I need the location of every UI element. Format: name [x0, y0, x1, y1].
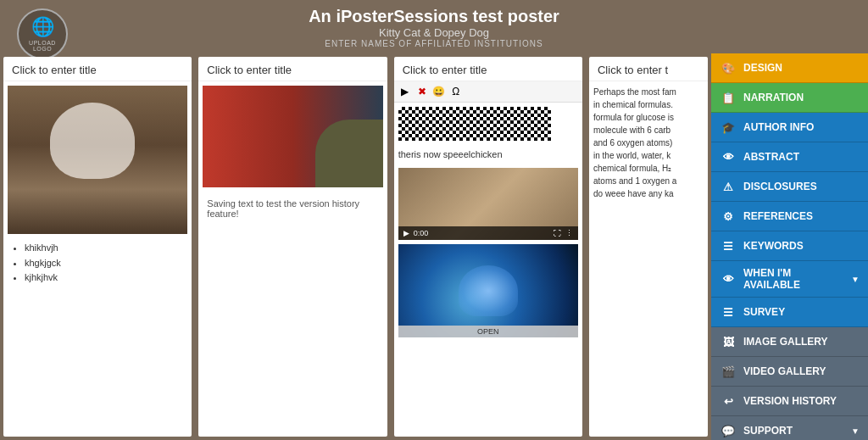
sidebar-item-label: KEYWORDS	[743, 240, 804, 252]
globe-icon: 🌐	[31, 16, 54, 38]
play-icon[interactable]: ▶	[403, 229, 409, 237]
sidebar-item-image-gallery[interactable]: 🖼IMAGE GALLERY	[711, 327, 868, 357]
cats-image	[203, 86, 382, 187]
bullet-item: kjhkjhvk	[25, 270, 187, 286]
panel-2-title[interactable]: Click to enter title	[198, 57, 387, 81]
sidebar-item-label: DISCLOSURES	[743, 181, 817, 192]
narration-icon: 📋	[720, 89, 737, 106]
version-history-icon: ↩	[720, 393, 737, 409]
sidebar-item-label: SUPPORT	[743, 425, 793, 437]
panel-3-text: theris now speeelchicken	[394, 145, 582, 164]
panel-4: Click to enter t Perhaps the most fam in…	[589, 57, 708, 437]
panel-4-content: Perhaps the most fam in chemical formula…	[589, 81, 708, 204]
sidebar-item-keywords[interactable]: ☰KEYWORDS	[711, 231, 868, 261]
keywords-icon: ☰	[720, 237, 737, 254]
sidebar-item-label: WHEN I'M AVAILABLE	[743, 267, 844, 291]
sidebar-item-label: ABSTRACT	[743, 151, 799, 163]
when-icon: 👁	[720, 270, 737, 287]
sidebar-item-label: DESIGN	[743, 62, 782, 74]
chevron-icon: ▼	[851, 275, 860, 284]
abstract-icon: 👁	[720, 148, 737, 165]
toolbar-arrow-icon[interactable]: ▶	[398, 85, 412, 98]
image-gallery-icon: 🖼	[720, 333, 737, 350]
dog-image	[8, 86, 187, 234]
support-icon: 💬	[720, 422, 737, 439]
panel-1-bullets: khikhvjh khgkjgck kjhkjhvk	[25, 241, 187, 286]
checkerboard-pattern	[398, 107, 551, 141]
sidebar-item-abstract[interactable]: 👁ABSTRACT	[711, 142, 868, 172]
more-icon[interactable]: ⋮	[565, 229, 573, 237]
panel-3-video[interactable]: ▶ 0:00 ⛶ ⋮	[398, 168, 578, 240]
sidebar-item-references[interactable]: ⚙REFERENCES	[711, 202, 868, 231]
video-time: 0:00	[414, 229, 429, 237]
poster-title: An iPosterSessions test poster	[0, 7, 868, 26]
panel-3-title[interactable]: Click to enter title	[394, 57, 582, 81]
sidebar-item-when[interactable]: 👁WHEN I'M AVAILABLE▼	[711, 261, 868, 298]
open-bar[interactable]: OPEN	[398, 326, 578, 337]
sidebar-item-label: VIDEO GALLERY	[743, 365, 826, 377]
panel-2: Click to enter title Saving text to test…	[198, 57, 387, 437]
sidebar-item-narration[interactable]: 📋NARRATION	[711, 83, 868, 113]
panel-1-image[interactable]	[8, 86, 187, 234]
panel-1-title[interactable]: Click to enter title	[3, 57, 192, 81]
sidebar-item-video-gallery[interactable]: 🎬VIDEO GALLERY	[711, 357, 868, 387]
upload-logo-label: UPLOAD LOGO	[19, 40, 66, 52]
sidebar-item-survey[interactable]: ☰SURVEY	[711, 298, 868, 327]
jellyfish-shape	[459, 265, 518, 316]
page-header: 🌐 UPLOAD LOGO An iPosterSessions test po…	[0, 0, 868, 53]
fullscreen-icon[interactable]: ⛶	[554, 229, 561, 237]
sidebar-item-design[interactable]: 🎨DESIGN	[711, 53, 868, 83]
panel-2-content: Saving text to test the version history …	[198, 81, 387, 437]
sidebar-item-label: VERSION HISTORY	[743, 395, 837, 407]
columns-area: Click to enter title khikhvjh khgkjgck k…	[0, 53, 711, 440]
sidebar-item-support[interactable]: 💬SUPPORT▼	[711, 416, 868, 440]
panel-2-image[interactable]	[203, 86, 382, 187]
toolbar-omega-icon[interactable]: Ω	[449, 85, 463, 98]
panel-3: Click to enter title ▶ ✖ 😀 Ω theris now …	[394, 57, 582, 437]
sidebar-item-version-history[interactable]: ↩VERSION HISTORY	[711, 387, 868, 416]
sidebar-item-author-info[interactable]: 🎓AUTHOR INFO	[711, 113, 868, 142]
survey-icon: ☰	[720, 304, 737, 320]
video-gallery-icon: 🎬	[720, 363, 737, 380]
panel-4-title[interactable]: Click to enter t	[589, 57, 708, 81]
references-icon: ⚙	[720, 208, 737, 225]
sidebar-item-label: IMAGE GALLERY	[743, 336, 828, 348]
sidebar-item-label: AUTHOR INFO	[743, 121, 814, 133]
chevron-icon: ▼	[851, 426, 860, 436]
sidebar: 🎨DESIGN📋NARRATION🎓AUTHOR INFO👁ABSTRACT⚠D…	[711, 53, 868, 440]
design-icon: 🎨	[720, 59, 737, 76]
panel-1: Click to enter title khikhvjh khgkjgck k…	[3, 57, 192, 437]
toolbar-emoji-icon[interactable]: 😀	[432, 85, 446, 98]
panel-3-toolbar: ▶ ✖ 😀 Ω	[394, 81, 582, 103]
toolbar-close-icon[interactable]: ✖	[415, 85, 429, 98]
sidebar-item-label: REFERENCES	[743, 210, 813, 222]
main-area: Click to enter title khikhvjh khgkjgck k…	[0, 53, 868, 440]
disclosures-icon: ⚠	[720, 178, 737, 195]
sidebar-item-label: NARRATION	[743, 92, 804, 103]
poster-authors: Kitty Cat & Dopey Dog	[0, 26, 868, 39]
video-controls: ▶ 0:00 ⛶ ⋮	[398, 226, 578, 240]
sidebar-nav: 🎨DESIGN📋NARRATION🎓AUTHOR INFO👁ABSTRACT⚠D…	[711, 53, 868, 440]
bullet-item: khgkjgck	[25, 256, 187, 271]
bullet-item: khikhvjh	[25, 241, 187, 256]
author-info-icon: 🎓	[720, 119, 737, 136]
sidebar-item-label: SURVEY	[743, 306, 785, 318]
saving-text: Saving text to test the version history …	[203, 194, 382, 223]
panel-3-scroll[interactable]: theris now speeelchicken ▶ 0:00 ⛶ ⋮ OPEN	[394, 103, 582, 437]
panel-1-content: khikhvjh khgkjgck kjhkjhvk	[3, 81, 192, 437]
poster-institution: ENTER NAMES OF AFFILIATED INSTITUTIONS	[0, 39, 868, 48]
jellyfish-image[interactable]: OPEN	[398, 244, 578, 337]
upload-logo-button[interactable]: 🌐 UPLOAD LOGO	[17, 8, 68, 59]
sidebar-item-disclosures[interactable]: ⚠DISCLOSURES	[711, 172, 868, 202]
